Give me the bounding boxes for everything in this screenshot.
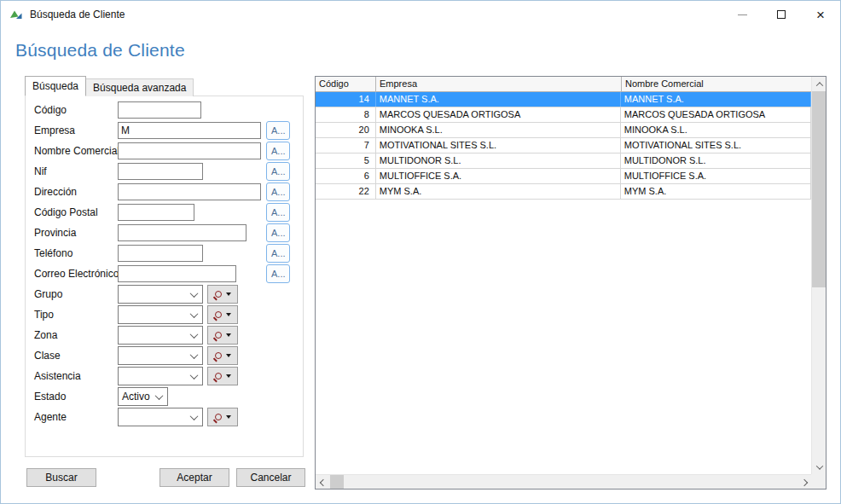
cell-codigo: 5 <box>316 154 376 168</box>
nombre-comercial-input[interactable] <box>118 142 261 159</box>
chevron-up-icon <box>815 82 822 89</box>
form-row-asistencia: Asistencia <box>26 366 303 386</box>
correo-electronico-label: Correo Electrónico <box>34 268 118 280</box>
direccion-input[interactable] <box>118 183 261 200</box>
telefono-input[interactable] <box>118 245 203 262</box>
correo-electronico-input[interactable] <box>118 265 236 282</box>
clase-combobox[interactable] <box>118 346 203 365</box>
vertical-scrollbar-thumb[interactable] <box>812 91 826 287</box>
column-header-codigo[interactable]: Código <box>316 77 376 91</box>
clase-search-split-button[interactable] <box>207 346 238 365</box>
provincia-input[interactable] <box>118 224 246 241</box>
form-row-estado: EstadoActivo <box>26 386 303 407</box>
tab-busqueda-avanzada[interactable]: Búsqueda avanzada <box>86 78 194 96</box>
zona-label: Zona <box>34 329 118 341</box>
cell-empresa: MULTIDONOR S.L. <box>376 154 621 168</box>
scroll-left-button[interactable] <box>316 475 330 490</box>
chevron-down-icon <box>190 371 199 379</box>
asistencia-combobox[interactable] <box>118 367 203 385</box>
codigo-label: Código <box>34 104 118 116</box>
cell-nombre-comercial: MARCOS QUESADA ORTIGOSA <box>621 107 811 122</box>
empresa-lookup-button[interactable]: A... <box>266 121 290 140</box>
table-row-selected[interactable]: 14MANNET S.A.MANNET S.A. <box>316 92 811 107</box>
table-row[interactable]: 8MARCOS QUESADA ORTIGOSAMARCOS QUESADA O… <box>316 107 811 123</box>
dialog-window: Búsqueda de Cliente × Búsqueda de Client… <box>0 0 841 504</box>
agente-combobox[interactable] <box>118 408 203 426</box>
vertical-scrollbar[interactable] <box>811 77 826 474</box>
cell-empresa: MULTIOFFICE S.A. <box>376 169 621 183</box>
cell-codigo: 22 <box>316 184 376 199</box>
tipo-search-split-button[interactable] <box>207 305 238 324</box>
form-row-telefono: TeléfonoA... <box>26 243 303 264</box>
cell-codigo: 8 <box>316 107 376 122</box>
table-row[interactable]: 5MULTIDONOR S.L.MULTIDONOR S.L. <box>316 154 811 169</box>
cancelar-button[interactable]: Cancelar <box>236 468 305 487</box>
aceptar-button[interactable]: Aceptar <box>160 468 229 487</box>
table-row[interactable]: 6MULTIOFFICE S.A.MULTIOFFICE S.A. <box>316 169 811 184</box>
correo-electronico-lookup-button[interactable]: A... <box>266 264 290 283</box>
provincia-lookup-button[interactable]: A... <box>266 223 290 242</box>
magnifier-icon <box>215 332 222 339</box>
estado-combobox-value: Activo <box>122 391 150 403</box>
asistencia-search-split-button[interactable] <box>207 367 238 385</box>
minimize-button[interactable] <box>722 1 762 28</box>
nif-lookup-button[interactable]: A... <box>266 162 290 181</box>
scrollbar-corner <box>811 474 826 489</box>
grupo-combobox[interactable] <box>118 285 203 304</box>
nif-input[interactable] <box>118 163 203 180</box>
scroll-down-button[interactable] <box>812 460 826 474</box>
results-grid: CódigoEmpresaNombre Comercial 14MANNET S… <box>315 76 826 490</box>
agente-search-split-button[interactable] <box>207 408 238 426</box>
magnifier-icon <box>215 311 222 318</box>
tipo-combobox[interactable] <box>118 305 203 324</box>
codigo-input[interactable] <box>118 101 201 119</box>
telefono-lookup-button[interactable]: A... <box>266 244 290 263</box>
buscar-button[interactable]: Buscar <box>26 468 96 487</box>
scroll-right-button[interactable] <box>797 475 811 490</box>
codigo-postal-lookup-button[interactable]: A... <box>266 203 290 222</box>
magnifier-icon <box>215 414 222 420</box>
close-button[interactable]: × <box>801 1 840 28</box>
caret-down-icon <box>226 374 231 378</box>
table-row[interactable]: 7MOTIVATIONAL SITES S.L.MOTIVATIONAL SIT… <box>316 138 811 154</box>
grupo-label: Grupo <box>34 288 118 300</box>
magnifier-icon <box>215 373 222 379</box>
tipo-label: Tipo <box>34 309 118 321</box>
zona-search-split-button[interactable] <box>207 326 238 345</box>
chevron-down-icon <box>190 310 199 318</box>
form-row-agente: Agente <box>26 407 303 427</box>
form-row-codigo-postal: Código PostalA... <box>26 202 303 223</box>
column-header-empresa[interactable]: Empresa <box>376 77 622 91</box>
horizontal-scrollbar[interactable] <box>316 474 811 489</box>
zona-combobox[interactable] <box>118 326 203 345</box>
maximize-button[interactable] <box>762 1 801 28</box>
provincia-label: Provincia <box>34 227 118 239</box>
form-row-direccion: DirecciónA... <box>26 182 303 202</box>
cell-empresa: MOTIVATIONAL SITES S.L. <box>376 138 621 153</box>
empresa-input[interactable] <box>118 122 261 139</box>
nif-label: Nif <box>34 165 118 177</box>
cell-nombre-comercial: MYM S.A. <box>621 184 811 199</box>
cell-nombre-comercial: MULTIDONOR S.L. <box>621 154 811 168</box>
codigo-postal-input[interactable] <box>118 204 194 221</box>
form-row-provincia: ProvinciaA... <box>26 223 303 243</box>
grupo-search-split-button[interactable] <box>207 285 238 304</box>
cell-codigo: 7 <box>316 138 376 153</box>
clase-label: Clase <box>34 350 118 362</box>
horizontal-scrollbar-thumb[interactable] <box>330 475 344 490</box>
nombre-comercial-lookup-button[interactable]: A... <box>266 142 290 160</box>
page-title: Búsqueda de Cliente <box>15 40 185 61</box>
cell-empresa: MINOOKA S.L. <box>376 123 621 137</box>
form-row-nif: NifA... <box>26 161 303 182</box>
grid-header: CódigoEmpresaNombre Comercial <box>316 77 826 92</box>
tab-busqueda[interactable]: Búsqueda <box>25 76 86 96</box>
column-header-nombre-comercial[interactable]: Nombre Comercial <box>622 77 813 91</box>
form-row-codigo: Código <box>26 100 303 120</box>
table-row[interactable]: 22MYM S.A.MYM S.A. <box>316 184 811 200</box>
estado-combobox[interactable]: Activo <box>118 387 168 406</box>
table-row[interactable]: 20MINOOKA S.L.MINOOKA S.L. <box>316 123 811 138</box>
cell-nombre-comercial: MINOOKA S.L. <box>621 123 811 137</box>
scroll-up-button[interactable] <box>812 77 826 91</box>
caret-down-icon <box>226 415 231 419</box>
direccion-lookup-button[interactable]: A... <box>266 182 290 201</box>
